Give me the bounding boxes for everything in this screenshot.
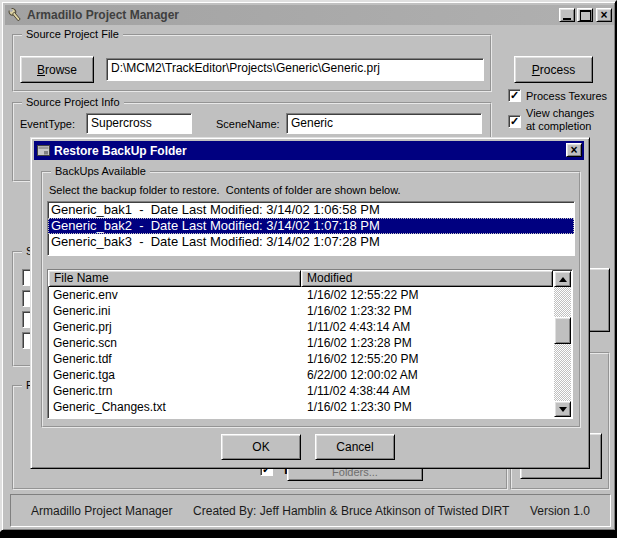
- cancel-button[interactable]: Cancel: [315, 434, 395, 460]
- dialog-title: Restore BackUp Folder: [54, 144, 187, 158]
- view-changes-label-line2: at completion: [526, 120, 591, 132]
- minimize-button[interactable]: [559, 8, 575, 22]
- scene-name-label: SceneName:: [216, 118, 280, 130]
- event-type-field[interactable]: Supercross: [86, 113, 192, 134]
- table-row[interactable]: Generic.prj1/11/02 4:43:14 AM: [48, 319, 572, 335]
- view-changes-checkbox[interactable]: ✓: [508, 115, 521, 128]
- table-row[interactable]: Generic.ini1/16/02 1:23:32 PM: [48, 303, 572, 319]
- table-row[interactable]: Generic.tga6/22/00 12:00:02 AM: [48, 367, 572, 383]
- cell-file-name: Generic.tga: [48, 367, 302, 383]
- table-header-row: File Name Modified: [48, 270, 572, 287]
- process-button[interactable]: Process: [514, 56, 593, 83]
- column-header-file-name[interactable]: File Name: [48, 270, 301, 287]
- process-button-label: Process: [515, 63, 592, 77]
- maximize-button[interactable]: [577, 8, 593, 22]
- status-version: Version 1.0: [530, 504, 590, 518]
- table-row[interactable]: Generic.scn1/16/02 1:23:28 PM: [48, 335, 572, 351]
- cell-modified: 1/16/02 12:55:20 PM: [302, 351, 572, 367]
- scroll-up-button[interactable]: [554, 271, 571, 287]
- backup-folder-list[interactable]: Generic_bak1 - Date Last Modified: 3/14/…: [47, 201, 575, 256]
- source-project-file-legend: Source Project File: [22, 28, 123, 40]
- form-icon: [37, 145, 50, 157]
- arrow-up-icon: [559, 277, 567, 282]
- scrollbar-thumb[interactable]: [554, 317, 571, 344]
- cell-modified: 6/22/00 12:00:02 AM: [302, 367, 572, 383]
- backups-available-legend: BackUps Available: [51, 165, 150, 177]
- close-button[interactable]: ×: [596, 8, 612, 22]
- table-row[interactable]: Generic.trn1/11/02 4:38:44 AM: [48, 383, 572, 399]
- scene-name-field[interactable]: Generic: [286, 113, 482, 134]
- screen: Armadillo Project Manager × Source Proje…: [0, 0, 617, 538]
- restore-backup-dialog: Restore BackUp Folder × BackUps Availabl…: [30, 137, 590, 469]
- ok-button-label: OK: [222, 440, 300, 454]
- source-project-info-legend: Source Project Info: [22, 96, 124, 108]
- backup-list-item[interactable]: Generic_bak2 - Date Last Modified: 3/14/…: [48, 218, 574, 234]
- maximize-icon: [580, 10, 591, 21]
- cell-modified: 1/16/02 1:23:28 PM: [302, 335, 572, 351]
- cell-modified: 1/16/02 12:55:22 PM: [302, 287, 572, 303]
- close-icon: ×: [570, 145, 577, 155]
- cell-file-name: Generic_Changes.txt: [48, 399, 302, 415]
- backup-list-item[interactable]: Generic_bak1 - Date Last Modified: 3/14/…: [48, 202, 574, 218]
- cancel-button-label: Cancel: [316, 440, 394, 454]
- cell-file-name: Generic.trn: [48, 383, 302, 399]
- table-body: Generic.env1/16/02 12:55:22 PMGeneric.in…: [48, 287, 572, 415]
- table-row[interactable]: Generic.env1/16/02 12:55:22 PM: [48, 287, 572, 303]
- cell-file-name: Generic.scn: [48, 335, 302, 351]
- view-changes-label-line1: View changes: [526, 107, 594, 119]
- main-titlebar[interactable]: Armadillo Project Manager ×: [5, 5, 614, 25]
- cell-modified: 1/11/02 4:38:44 AM: [302, 383, 572, 399]
- vertical-scrollbar[interactable]: [554, 271, 571, 417]
- column-header-modified[interactable]: Modified: [301, 270, 553, 287]
- window-title: Armadillo Project Manager: [27, 8, 179, 22]
- status-credits: Created By: Jeff Hamblin & Bruce Atkinso…: [193, 504, 509, 518]
- cell-file-name: Generic.tdf: [48, 351, 302, 367]
- project-path-field[interactable]: D:\MCM2\TrackEditor\Projects\Generic\Gen…: [106, 58, 484, 81]
- cell-file-name: Generic.prj: [48, 319, 302, 335]
- main-window: Armadillo Project Manager × Source Proje…: [0, 0, 617, 532]
- backup-list-item[interactable]: Generic_bak3 - Date Last Modified: 3/14/…: [48, 234, 574, 250]
- cell-modified: 1/16/02 1:23:30 PM: [302, 399, 572, 415]
- scroll-down-button[interactable]: [554, 401, 571, 417]
- arrow-down-icon: [559, 407, 567, 412]
- minimize-icon: [563, 18, 571, 20]
- close-icon: ×: [600, 10, 607, 20]
- dialog-close-button[interactable]: ×: [566, 143, 582, 157]
- browse-button[interactable]: Browse: [20, 56, 94, 83]
- browse-button-label: Browse: [21, 63, 93, 77]
- cell-file-name: Generic.ini: [48, 303, 302, 319]
- checkmark-icon: ✓: [510, 117, 519, 126]
- cell-modified: 1/16/02 1:23:32 PM: [302, 303, 572, 319]
- instruction-text: Select the backup folder to restore. Con…: [49, 184, 401, 196]
- file-list-table[interactable]: File Name Modified Generic.env1/16/02 12…: [47, 269, 573, 419]
- dialog-titlebar[interactable]: Restore BackUp Folder ×: [34, 141, 584, 160]
- table-row[interactable]: Generic.tdf1/16/02 12:55:20 PM: [48, 351, 572, 367]
- wrench-icon: [7, 7, 23, 23]
- cell-modified: 1/11/02 4:43:14 AM: [302, 319, 572, 335]
- status-app-name: Armadillo Project Manager: [31, 504, 172, 518]
- process-texures-checkbox[interactable]: ✓: [508, 89, 521, 102]
- event-type-label: EventType:: [20, 118, 75, 130]
- ok-button[interactable]: OK: [221, 434, 301, 460]
- cell-file-name: Generic.env: [48, 287, 302, 303]
- table-row[interactable]: Generic_Changes.txt1/16/02 1:23:30 PM: [48, 399, 572, 415]
- status-bar: Armadillo Project Manager Created By: Je…: [10, 494, 611, 527]
- checkmark-icon: ✓: [510, 91, 519, 100]
- process-texures-label: Process Texures: [526, 90, 607, 102]
